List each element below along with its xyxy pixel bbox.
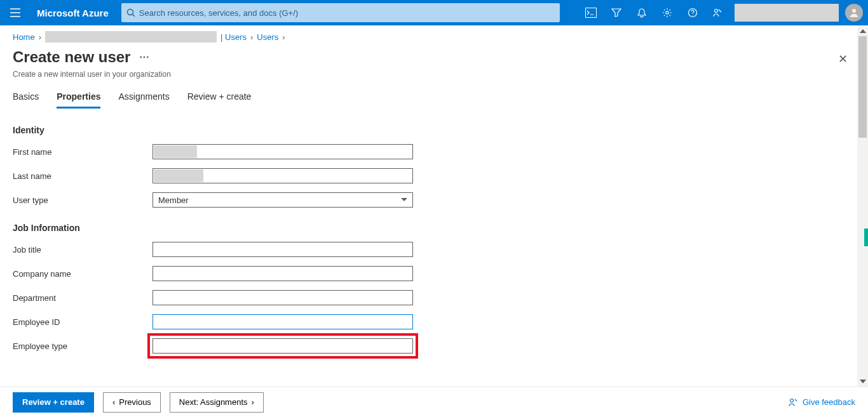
tab-review[interactable]: Review + create [187,88,252,109]
help-icon[interactable] [680,0,705,25]
crumb-users-segment[interactable]: | Users [220,32,247,42]
close-icon[interactable]: ✕ [833,50,853,69]
chevron-left-icon: ‹ [112,397,115,407]
section-job: Job Information [13,223,855,233]
chevron-right-icon: › [282,32,285,42]
label-job-title: Job title [13,245,153,255]
redacted-value [154,145,197,158]
brand[interactable]: Microsoft Azure [37,8,109,18]
svg-point-6 [852,9,856,13]
previous-button[interactable]: ‹ Previous [103,392,161,413]
account-label-redacted [735,4,839,22]
breadcrumb: Home › | Users › Users › [0,25,868,48]
scroll-down-icon[interactable] [857,376,868,387]
svg-line-1 [132,15,135,17]
previous-label: Previous [119,397,151,407]
settings-icon[interactable] [654,0,680,25]
chevron-right-icon: › [39,32,41,42]
crumb-users[interactable]: Users [257,32,278,42]
next-label: Next: Assignments [179,397,248,407]
label-employee-type: Employee type [13,341,153,351]
feedback-label: Give feedback [803,397,855,407]
label-company-name: Company name [13,269,153,279]
topbar-actions [578,0,863,25]
footer: Review + create ‹ Previous Next: Assignm… [0,387,868,417]
menu-icon[interactable] [5,8,25,17]
form: Identity First name Last name User type … [0,125,868,392]
chevron-right-icon: › [250,32,253,42]
page-header: Create new user ⋯ [0,48,868,70]
label-department: Department [13,293,153,303]
crumb-home[interactable]: Home [13,32,35,42]
section-identity: Identity [13,125,855,135]
search-icon [126,8,135,17]
tabs: Basics Properties Assignments Review + c… [0,88,868,109]
job-title-field[interactable] [153,242,413,257]
review-create-button[interactable]: Review + create [13,392,94,413]
page-title: Create new user [13,48,130,66]
page-subtitle: Create a new internal user in your organ… [0,70,868,88]
tab-properties[interactable]: Properties [57,88,100,109]
cloud-shell-icon[interactable] [578,0,604,25]
employee-id-field[interactable] [153,314,413,329]
more-icon[interactable]: ⋯ [139,52,149,62]
tab-basics[interactable]: Basics [13,88,39,109]
feedback-icon[interactable] [705,0,731,25]
svg-point-7 [790,399,793,402]
give-feedback-link[interactable]: Give feedback [789,397,855,407]
svg-point-5 [715,10,718,13]
company-name-field[interactable] [153,266,413,281]
scroll-thumb[interactable] [858,36,867,138]
avatar[interactable] [845,4,863,22]
crumb-redacted [45,31,217,43]
feedback-person-icon [789,397,799,407]
label-employee-id: Employee ID [13,317,153,327]
label-user-type: User type [13,195,153,205]
tab-assignments[interactable]: Assignments [118,88,169,109]
label-first-name: First name [13,147,153,157]
filter-icon[interactable] [604,0,629,25]
next-button[interactable]: Next: Assignments › [170,392,264,413]
vertical-scrollbar[interactable] [857,25,868,387]
notifications-icon[interactable] [629,0,654,25]
label-last-name: Last name [13,171,153,181]
topbar: Microsoft Azure [0,0,868,25]
chevron-right-icon: › [252,397,254,407]
user-type-select[interactable]: Member [153,192,413,208]
svg-rect-2 [586,8,597,18]
employee-type-field[interactable] [153,338,413,354]
global-search[interactable] [121,3,560,22]
department-field[interactable] [153,290,413,305]
svg-point-0 [127,10,133,15]
user-type-value: Member [158,195,189,205]
svg-point-3 [666,11,668,14]
scroll-marker [864,228,868,246]
redacted-value [154,169,203,182]
scroll-up-icon[interactable] [857,25,868,36]
search-input[interactable] [139,8,555,18]
